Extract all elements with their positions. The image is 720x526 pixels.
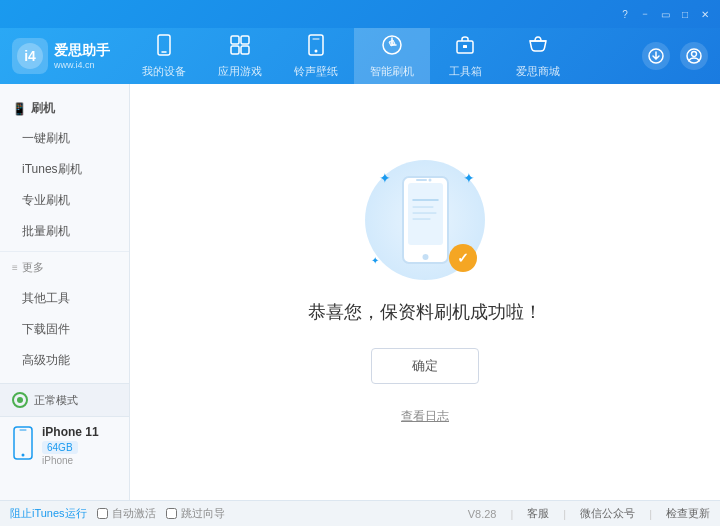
check-badge: ✓ xyxy=(449,244,477,272)
tab-apps-games[interactable]: 应用游戏 xyxy=(202,28,278,84)
content-area: ✦ ✦ ✦ ✓ 恭喜您，保资料刷机成功啦！ 确定 xyxy=(130,84,720,500)
logo-icon: i4 xyxy=(12,38,48,74)
sparkle-icon-2: ✦ xyxy=(463,170,475,186)
tools-icon xyxy=(454,34,476,61)
sidebar-section-more: ≡ 更多 xyxy=(0,251,129,283)
svg-rect-5 xyxy=(241,36,249,44)
skip-guide-checkbox[interactable]: 跳过向导 xyxy=(166,506,225,521)
confirm-button[interactable]: 确定 xyxy=(371,348,479,384)
minimize-button[interactable]: － xyxy=(638,7,652,21)
sidebar: 📱 刷机 一键刷机 iTunes刷机 专业刷机 批量刷机 ≡ 更多 其他工具 下… xyxy=(0,84,130,500)
download-button[interactable] xyxy=(642,42,670,70)
smart-flash-icon xyxy=(381,34,403,61)
svg-point-22 xyxy=(422,254,428,260)
footer-left: 阻止iTunes运行 自动激活 跳过向导 xyxy=(10,506,225,522)
device-info: iPhone 11 64GB iPhone xyxy=(0,417,129,474)
close-button[interactable]: ✕ xyxy=(698,7,712,21)
device-panel: 正常模式 iPhone 11 64GB iPhone xyxy=(0,383,130,474)
svg-rect-7 xyxy=(241,46,249,54)
wechat-link[interactable]: 微信公众号 xyxy=(580,506,635,521)
support-link[interactable]: 客服 xyxy=(527,506,549,521)
help-button[interactable]: ? xyxy=(618,7,632,21)
main-area: 📱 刷机 一键刷机 iTunes刷机 专业刷机 批量刷机 ≡ 更多 其他工具 下… xyxy=(0,84,720,500)
tab-smart-flash[interactable]: 智能刷机 xyxy=(354,28,430,84)
tab-tools[interactable]: 工具箱 xyxy=(430,28,500,84)
header: i4 爱思助手 www.i4.cn 我的设备 xyxy=(0,28,720,84)
device-phone-icon xyxy=(12,426,34,466)
window-controls: ? － ▭ □ ✕ xyxy=(618,7,712,21)
sidebar-section-flash: 📱 刷机 xyxy=(0,94,129,123)
tab-apps-games-label: 应用游戏 xyxy=(218,64,262,79)
tab-store[interactable]: 爱思商城 xyxy=(500,28,576,84)
sidebar-item-download-firmware[interactable]: 下载固件 xyxy=(0,314,129,345)
app-title: 爱思助手 xyxy=(54,42,110,60)
restore-button[interactable]: ▭ xyxy=(658,7,672,21)
success-text: 恭喜您，保资料刷机成功啦！ xyxy=(308,300,542,324)
phone-illustration xyxy=(398,175,453,265)
logo: i4 爱思助手 www.i4.cn xyxy=(12,38,110,74)
svg-rect-6 xyxy=(231,46,239,54)
device-mode: 正常模式 xyxy=(0,384,129,417)
tab-my-device-label: 我的设备 xyxy=(142,64,186,79)
version-label: V8.28 xyxy=(468,508,497,520)
tab-smart-flash-label: 智能刷机 xyxy=(370,64,414,79)
auto-activate-checkbox[interactable]: 自动激活 xyxy=(97,506,156,521)
app-subtitle: www.i4.cn xyxy=(54,60,110,70)
store-icon xyxy=(527,34,549,61)
svg-point-24 xyxy=(428,178,431,181)
svg-point-18 xyxy=(22,453,25,456)
check-update-link[interactable]: 检查更新 xyxy=(666,506,710,521)
my-device-icon xyxy=(153,34,175,61)
auto-activate-label: 自动激活 xyxy=(112,506,156,521)
device-name: iPhone 11 xyxy=(42,425,99,439)
stop-itunes-link[interactable]: 阻止iTunes运行 xyxy=(10,506,87,522)
auto-activate-input[interactable] xyxy=(97,508,108,519)
tab-tools-label: 工具箱 xyxy=(449,64,482,79)
logo-text: 爱思助手 www.i4.cn xyxy=(54,42,110,70)
check-log-link[interactable]: 查看日志 xyxy=(401,408,449,425)
sparkle-icon-3: ✦ xyxy=(371,255,379,266)
user-button[interactable] xyxy=(680,42,708,70)
device-storage: 64GB xyxy=(42,441,78,454)
device-text: iPhone 11 64GB iPhone xyxy=(42,425,99,466)
svg-rect-4 xyxy=(231,36,239,44)
nav-tabs: 我的设备 应用游戏 铃声壁纸 xyxy=(126,28,642,84)
sidebar-item-batch-flash[interactable]: 批量刷机 xyxy=(0,216,129,247)
success-illustration: ✦ ✦ ✦ ✓ 恭喜您，保资料刷机成功啦！ 确定 xyxy=(308,160,542,425)
apps-games-icon xyxy=(229,34,251,61)
tab-ringtones[interactable]: 铃声壁纸 xyxy=(278,28,354,84)
tab-store-label: 爱思商城 xyxy=(516,64,560,79)
svg-rect-13 xyxy=(463,45,467,48)
svg-point-16 xyxy=(692,52,697,57)
titlebar: ? － ▭ □ ✕ xyxy=(0,0,720,28)
sidebar-item-itunes-flash[interactable]: iTunes刷机 xyxy=(0,154,129,185)
tab-ringtones-label: 铃声壁纸 xyxy=(294,64,338,79)
ringtones-icon xyxy=(305,34,327,61)
sidebar-item-pro-flash[interactable]: 专业刷机 xyxy=(0,185,129,216)
device-type: iPhone xyxy=(42,455,99,466)
sidebar-item-other-tools[interactable]: 其他工具 xyxy=(0,283,129,314)
phone-circle: ✦ ✦ ✦ ✓ xyxy=(365,160,485,280)
sidebar-item-advanced[interactable]: 高级功能 xyxy=(0,345,129,376)
sidebar-item-one-click-flash[interactable]: 一键刷机 xyxy=(0,123,129,154)
header-right xyxy=(642,42,708,70)
svg-rect-21 xyxy=(408,183,443,245)
footer: 阻止iTunes运行 自动激活 跳过向导 V8.28 | 客服 | 微信公众号 … xyxy=(0,500,720,526)
footer-right: V8.28 | 客服 | 微信公众号 | 检查更新 xyxy=(468,506,710,521)
svg-point-9 xyxy=(315,49,318,52)
mode-dot xyxy=(17,397,23,403)
skip-guide-input[interactable] xyxy=(166,508,177,519)
device-mode-label: 正常模式 xyxy=(34,393,78,408)
sparkle-icon-1: ✦ xyxy=(379,170,391,186)
tab-my-device[interactable]: 我的设备 xyxy=(126,28,202,84)
section-flash-icon: 📱 xyxy=(12,102,27,116)
mode-indicator xyxy=(12,392,28,408)
skip-guide-label: 跳过向导 xyxy=(181,506,225,521)
maximize-button[interactable]: □ xyxy=(678,7,692,21)
svg-text:i4: i4 xyxy=(24,48,36,64)
